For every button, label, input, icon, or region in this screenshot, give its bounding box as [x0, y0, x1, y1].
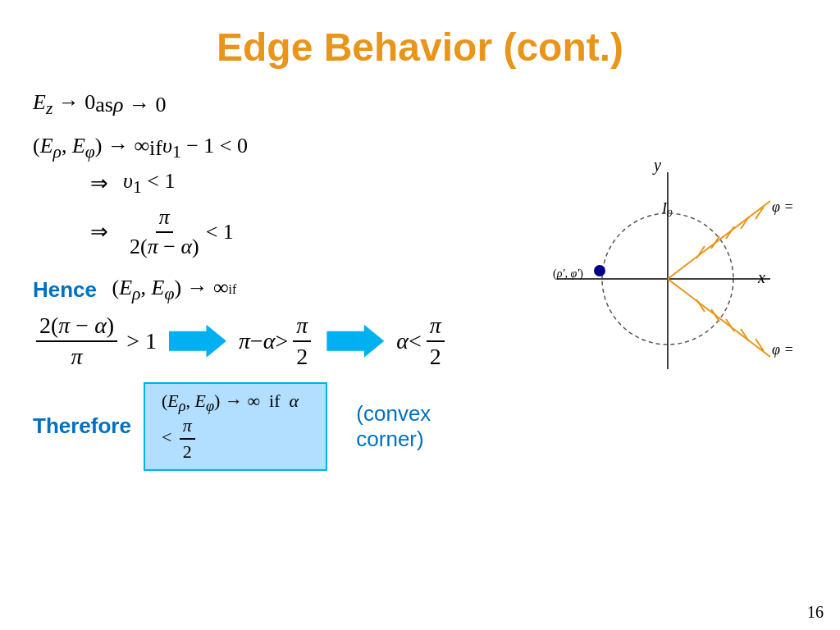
- hence-section: Hence (Eρ, Eφ) → ∞ if 2(π − α) π > 1: [33, 276, 479, 472]
- phi-2pi-alpha-label: φ = 2π − α: [772, 341, 795, 358]
- alpha-expr: α < π 2: [396, 313, 448, 370]
- I0-label: I0: [661, 200, 673, 219]
- therefore-box: (Eρ, Eφ) → ∞ if α < π 2: [144, 382, 327, 471]
- therefore-label: Therefore: [33, 413, 131, 439]
- svg-line-2: [726, 226, 734, 239]
- y-axis-label: y: [652, 156, 661, 175]
- result-row: 2(π − α) π > 1 π − α > π 2: [33, 313, 479, 370]
- arrow-2: [326, 325, 384, 358]
- eq-row-3: ⇒ υ1 < 1: [82, 169, 479, 198]
- svg-line-1: [711, 236, 719, 249]
- right-content: y x I0 (ρ', φ'): [495, 70, 807, 471]
- svg-line-7: [726, 319, 734, 331]
- rho-zero: ρ → 0: [113, 93, 166, 117]
- E-pair-inf: (Eρ, Eφ) → ∞: [33, 134, 149, 162]
- as-label: as: [95, 93, 113, 117]
- v1-cond: υ1 − 1 < 0: [162, 134, 248, 162]
- Ez-expr: Ez → 0: [33, 90, 95, 119]
- phi-2pi-alpha-line: [668, 279, 770, 357]
- slide-title: Edge Behavior (cont.): [33, 25, 807, 70]
- arrow-1: [169, 325, 226, 358]
- pi-frac: π 2(π − α): [126, 205, 203, 259]
- v1-lt-1: υ1 < 1: [123, 169, 175, 198]
- eq-row-4: ⇒ π 2(π − α) < 1: [82, 205, 479, 259]
- point-dot: [594, 265, 605, 276]
- pi-alpha-expr: π − α > π 2: [239, 313, 314, 370]
- hence-row: Hence (Eρ, Eφ) → ∞ if: [33, 276, 479, 304]
- implies-1: ⇒: [90, 171, 108, 196]
- phi-alpha-label: φ = α: [772, 199, 795, 215]
- page-number: 16: [807, 603, 824, 622]
- therefore-row: Therefore (Eρ, Eφ) → ∞ if α < π 2 (conve…: [33, 382, 479, 471]
- implies-2: ⇒: [90, 219, 108, 244]
- convex-corner-label: (convex corner): [356, 401, 479, 452]
- content-area: Ez → 0 as ρ → 0 (Eρ, Eφ) → ∞ if υ1 − 1 <…: [33, 86, 807, 471]
- frac-expr: π 2(π − α) < 1: [123, 205, 234, 259]
- therefore-expr: (Eρ, Eφ) → ∞ if α < π 2: [162, 390, 309, 463]
- hence-label: Hence: [33, 277, 97, 303]
- if-label-2: if: [229, 282, 237, 297]
- frac-2: 2(π − α) π > 1: [33, 313, 157, 370]
- eq-row-2: (Eρ, Eφ) → ∞ if υ1 − 1 < 0: [33, 134, 479, 162]
- phi-alpha-line: [668, 201, 770, 279]
- if-label-1: if: [149, 136, 162, 161]
- left-content: Ez → 0 as ρ → 0 (Eρ, Eφ) → ∞ if υ1 − 1 <…: [33, 86, 495, 471]
- coordinate-diagram: y x I0 (ρ', φ'): [508, 156, 795, 386]
- svg-line-6: [711, 309, 719, 322]
- x-axis-label: x: [757, 268, 765, 286]
- hence-expr: (Eρ, Eφ) → ∞: [107, 276, 229, 304]
- eq-row-1: Ez → 0 as ρ → 0: [33, 90, 479, 119]
- slide: Edge Behavior (cont.) Ez → 0 as ρ → 0 (E…: [0, 0, 840, 630]
